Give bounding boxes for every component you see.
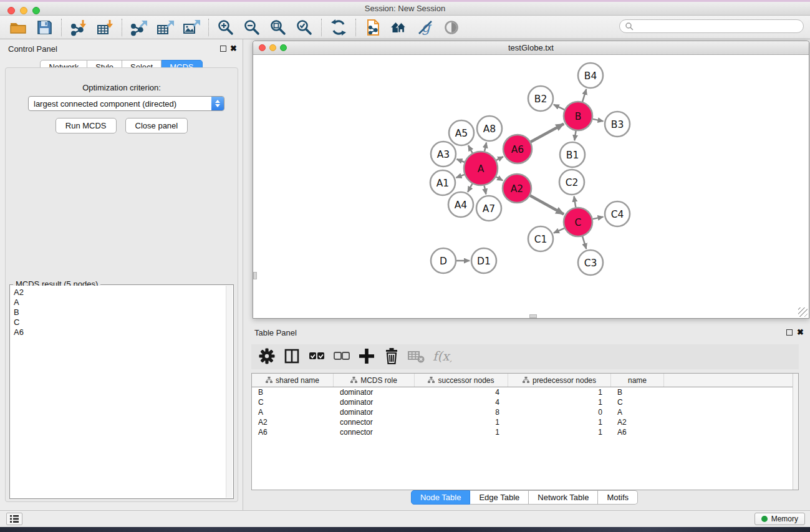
add-column-button[interactable] [357,347,376,366]
horizontal-scroll-thumb[interactable] [529,314,537,318]
table-cell[interactable]: A [611,407,664,417]
column-header-successor-nodes[interactable]: successor nodes [415,374,508,387]
edge-A2-C[interactable] [530,196,564,215]
table-cell[interactable]: dominator [334,397,415,407]
edge-B-B2[interactable] [554,105,564,110]
graph-node-A2[interactable]: A2 [503,174,531,203]
tab-node-table[interactable]: Node Table [411,490,471,505]
edge-B-B1[interactable] [574,131,576,140]
table-settings-button[interactable] [258,347,276,366]
graph-node-D[interactable]: D [431,248,456,273]
edge-C-C3[interactable] [582,236,586,249]
graph-node-A5[interactable]: A5 [449,120,474,145]
result-list-item[interactable]: A [14,297,226,307]
search-input[interactable] [634,22,798,31]
network-maximize-button[interactable] [280,44,287,51]
open-home-button[interactable] [388,17,410,37]
optimization-criterion-dropdown[interactable]: largest connected component (directed) [28,96,224,111]
table-cell[interactable]: dominator [334,387,415,397]
table-cell[interactable]: B [611,387,664,397]
network-minimize-button[interactable] [269,44,276,51]
mcds-result-list[interactable]: A2ABCA6 [11,286,226,498]
graph-node-C[interactable]: C [564,208,592,236]
close-panel-button[interactable]: Close panel [125,118,188,133]
refresh-view-button[interactable] [328,17,349,37]
float-panel-icon[interactable] [220,46,226,52]
table-cell[interactable]: A6 [611,427,664,437]
graph-node-C3[interactable]: C3 [578,250,603,275]
import-table-button[interactable] [94,17,115,37]
select-all-columns-button[interactable] [307,347,326,366]
search-field[interactable] [619,19,804,33]
main-titlebar[interactable]: Session: New Session [0,2,810,16]
graph-node-B1[interactable]: B1 [560,142,585,167]
tab-edge-table[interactable]: Edge Table [470,490,529,505]
graph-node-A6[interactable]: A6 [503,135,532,163]
edge-C-C2[interactable] [574,196,576,208]
export-image-button[interactable] [181,17,202,37]
edge-A-A1[interactable] [456,175,465,178]
result-list-item[interactable]: C [14,317,226,327]
graph-node-C1[interactable]: C1 [528,226,553,251]
table-cell[interactable]: A2 [611,417,664,427]
graph-node-A7[interactable]: A7 [476,196,501,221]
table-cell[interactable]: 1 [508,427,611,437]
graph-node-A4[interactable]: A4 [448,192,473,217]
column-header-MCDS-role[interactable]: MCDS role [334,374,415,387]
table-cell[interactable]: C [611,397,664,407]
graph-node-A8[interactable]: A8 [477,116,502,141]
graph-node-B2[interactable]: B2 [528,86,553,111]
graph-node-A3[interactable]: A3 [431,142,456,167]
table-cell[interactable]: connector [334,417,415,427]
table-cell[interactable]: 1 [415,417,508,427]
edge-A-A3[interactable] [456,159,464,162]
edge-C-C1[interactable] [554,228,564,233]
table-cell[interactable]: 1 [508,387,611,397]
edge-B-B4[interactable] [582,89,586,102]
column-header-shared-name[interactable]: shared name [252,374,334,387]
edge-A-A6[interactable] [496,157,503,160]
deselect-all-columns-button[interactable] [332,347,351,366]
new-network-from-selection-button[interactable] [362,17,383,37]
node-table[interactable]: shared nameMCDS rolesuccessor nodesprede… [251,373,799,490]
column-header-predecessor-nodes[interactable]: predecessor nodes [508,374,611,387]
run-mcds-button[interactable]: Run MCDS [55,118,117,133]
table-cell[interactable]: 4 [415,397,508,407]
export-table-button[interactable] [155,17,176,37]
graph-node-C4[interactable]: C4 [605,201,630,226]
table-cell[interactable]: A6 [252,427,334,437]
graph-node-B[interactable]: B [564,102,592,130]
result-list-item[interactable]: B [14,307,226,317]
table-cell[interactable]: 1 [415,427,508,437]
save-session-button[interactable] [34,17,55,37]
network-canvas[interactable]: AA1A2A3A4A5A6A7A8BB1B2B3B4CC1C2C3C4DD1 [253,55,809,318]
network-window-titlebar[interactable]: testGlobe.txt [253,41,809,55]
export-network-button[interactable] [128,17,150,37]
table-cell[interactable]: 4 [415,387,508,397]
edge-A-A5[interactable] [468,145,473,153]
graph-node-C2[interactable]: C2 [559,170,584,195]
close-window-button[interactable] [7,7,15,14]
edge-B-B3[interactable] [593,119,604,122]
vertical-scroll-thumb[interactable] [253,272,257,279]
table-float-panel-icon[interactable] [786,329,793,336]
memory-button[interactable]: Memory [755,513,805,525]
table-row[interactable]: Bdominator41B [252,387,798,397]
edge-A-A8[interactable] [485,142,486,151]
table-row[interactable]: A6connector11A6 [252,427,798,437]
graph-node-B3[interactable]: B3 [605,112,630,137]
table-close-panel-icon[interactable]: ✖ [797,327,804,337]
maximize-window-button[interactable] [32,7,40,14]
table-scrollbar[interactable] [793,374,798,490]
column-header-name[interactable]: name [611,374,664,387]
show-hide-graphics-details-button[interactable] [441,17,462,37]
table-cell[interactable]: A [252,407,334,417]
table-cell[interactable]: C [252,397,334,407]
table-row[interactable]: Cdominator41C [252,397,798,407]
result-list-scrollbar[interactable] [226,286,233,498]
column-panel-button[interactable] [282,347,301,366]
zoom-out-button[interactable] [241,17,263,37]
network-close-button[interactable] [259,44,266,51]
edge-A-A2[interactable] [496,177,503,181]
graph-node-B4[interactable]: B4 [578,63,603,88]
